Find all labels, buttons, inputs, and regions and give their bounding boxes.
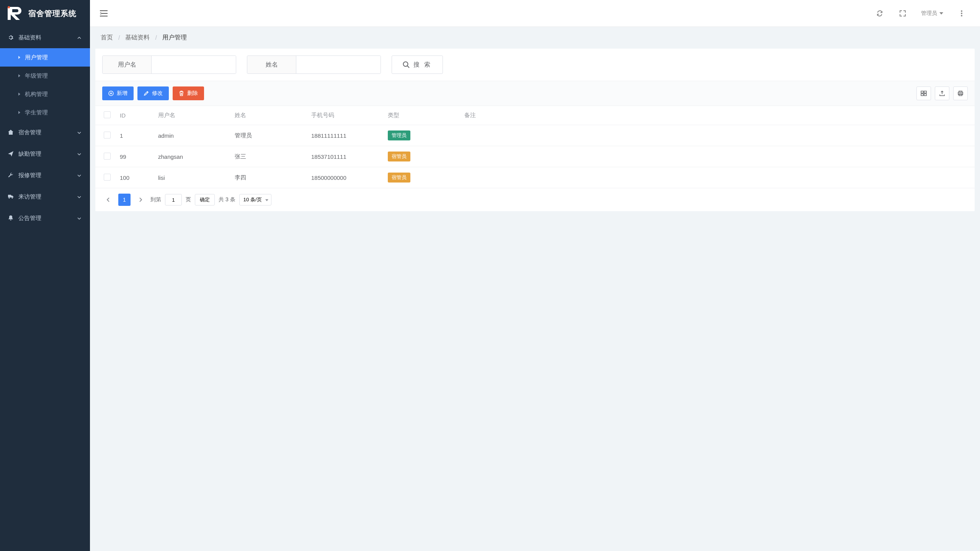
- cell-id: 100: [115, 167, 154, 188]
- refresh-icon[interactable]: [872, 6, 887, 21]
- edit-button[interactable]: 修改: [137, 86, 169, 100]
- breadcrumb-section[interactable]: 基础资料: [125, 34, 150, 42]
- col-remark[interactable]: 备注: [460, 106, 975, 125]
- cell-name: 张三: [230, 146, 307, 167]
- search-button[interactable]: 搜 索: [392, 55, 443, 74]
- row-checkbox[interactable]: [104, 153, 111, 160]
- cell-name: 管理员: [230, 125, 307, 146]
- breadcrumb-home[interactable]: 首页: [101, 34, 113, 42]
- sidebar-item-label: 报修管理: [18, 172, 41, 179]
- page-1-button[interactable]: 1: [118, 194, 131, 206]
- breadcrumb: 首页 / 基础资料 / 用户管理: [90, 27, 980, 49]
- sidebar-item-label: 公告管理: [18, 215, 41, 222]
- export-button[interactable]: [935, 86, 949, 100]
- sidebar-item-label: 缺勤管理: [18, 150, 41, 158]
- toggle-sidebar-button[interactable]: [98, 7, 110, 20]
- cell-remark: [460, 167, 975, 188]
- sidebar-item-1[interactable]: 宿舍管理: [0, 122, 90, 143]
- sidebar-item-2[interactable]: 缺勤管理: [0, 143, 90, 165]
- sidebar-item-label: 学生管理: [25, 109, 48, 116]
- svg-rect-6: [921, 91, 923, 93]
- more-icon[interactable]: [954, 6, 969, 21]
- search-row: 用户名 姓名 搜 索: [95, 55, 975, 81]
- cell-name: 李四: [230, 167, 307, 188]
- sidebar-item-label: 宿舍管理: [18, 129, 41, 136]
- sidebar-item-label: 用户管理: [25, 54, 48, 61]
- svg-rect-8: [921, 94, 923, 96]
- cell-type: 宿管员: [383, 167, 460, 188]
- name-input[interactable]: [296, 56, 381, 73]
- edit-label: 修改: [152, 90, 163, 97]
- cell-username: lisi: [154, 167, 230, 188]
- sidebar-item-0[interactable]: 基础资料: [0, 27, 90, 48]
- table-row[interactable]: 100lisi李四18500000000宿管员: [95, 167, 975, 188]
- username-field-wrap: 用户名: [102, 55, 236, 74]
- cell-id: 1: [115, 125, 154, 146]
- cell-username: zhangsan: [154, 146, 230, 167]
- prev-page-button[interactable]: [102, 194, 114, 206]
- caret-icon: [18, 74, 20, 77]
- cell-username: admin: [154, 125, 230, 146]
- print-button[interactable]: [953, 86, 968, 100]
- row-checkbox[interactable]: [104, 132, 111, 139]
- search-button-label: 搜 索: [413, 61, 432, 69]
- breadcrumb-sep: /: [118, 34, 120, 41]
- svg-point-1: [961, 10, 962, 12]
- send-icon: [8, 151, 14, 157]
- export-icon: [939, 91, 945, 96]
- home-icon: [8, 129, 14, 135]
- grid-icon: [921, 91, 927, 96]
- sidebar-subitem-0-1[interactable]: 年级管理: [0, 67, 90, 85]
- delete-button[interactable]: 删除: [173, 86, 204, 100]
- goto-suffix: 页: [186, 196, 191, 203]
- fullscreen-icon[interactable]: [895, 6, 910, 21]
- search-icon: [403, 61, 410, 68]
- gear-icon: [8, 34, 14, 41]
- sidebar-header: 宿舍管理系统: [0, 0, 90, 27]
- table-row[interactable]: 99zhangsan张三18537101111宿管员: [95, 146, 975, 167]
- goto-confirm-button[interactable]: 确定: [195, 194, 215, 205]
- goto-input[interactable]: [165, 194, 182, 205]
- delete-label: 删除: [187, 90, 198, 97]
- pencil-icon: [144, 91, 149, 96]
- table-row[interactable]: 1admin管理员18811111111管理员: [95, 125, 975, 146]
- cell-type: 宿管员: [383, 146, 460, 167]
- col-username[interactable]: 用户名: [154, 106, 230, 125]
- total-label: 共 3 条: [219, 196, 235, 203]
- sidebar-subitem-0-2[interactable]: 机构管理: [0, 85, 90, 103]
- print-icon: [957, 91, 964, 96]
- add-label: 新增: [117, 90, 127, 97]
- sidebar-item-label: 机构管理: [25, 91, 48, 98]
- col-name[interactable]: 姓名: [230, 106, 307, 125]
- columns-button[interactable]: [916, 86, 931, 100]
- row-checkbox[interactable]: [104, 174, 111, 181]
- select-all-checkbox[interactable]: [104, 111, 111, 118]
- wrench-icon: [8, 172, 14, 178]
- app-title: 宿舍管理系统: [28, 8, 77, 19]
- sidebar-item-3[interactable]: 报修管理: [0, 165, 90, 186]
- add-button[interactable]: 新增: [102, 86, 134, 100]
- svg-point-4: [403, 62, 408, 67]
- user-dropdown[interactable]: 管理员: [918, 10, 946, 17]
- sidebar-item-5[interactable]: 公告管理: [0, 207, 90, 229]
- username-input[interactable]: [152, 56, 236, 73]
- col-phone[interactable]: 手机号码: [307, 106, 383, 125]
- toolbar: 新增 修改 删除: [95, 81, 975, 106]
- type-badge: 宿管员: [388, 173, 410, 183]
- col-id[interactable]: ID: [115, 106, 154, 125]
- chevron-icon: [77, 173, 82, 178]
- chevron-icon: [77, 194, 82, 199]
- page-size-select[interactable]: 10 条/页: [239, 194, 271, 205]
- sidebar-item-4[interactable]: 来访管理: [0, 186, 90, 207]
- sidebar-item-label: 年级管理: [25, 72, 48, 80]
- cell-id: 99: [115, 146, 154, 167]
- sidebar-subitem-0-3[interactable]: 学生管理: [0, 103, 90, 122]
- next-page-button[interactable]: [134, 194, 147, 206]
- sidebar-subitem-0-0[interactable]: 用户管理: [0, 48, 90, 67]
- pagination: 1 到第 页 确定 共 3 条 10 条/页: [95, 188, 975, 211]
- sidebar-menu: 基础资料用户管理年级管理机构管理学生管理宿舍管理缺勤管理报修管理来访管理公告管理: [0, 27, 90, 229]
- caret-icon: [18, 56, 20, 59]
- username-label: 用户名: [103, 56, 152, 73]
- col-type[interactable]: 类型: [383, 106, 460, 125]
- sidebar: 宿舍管理系统 基础资料用户管理年级管理机构管理学生管理宿舍管理缺勤管理报修管理来…: [0, 0, 90, 551]
